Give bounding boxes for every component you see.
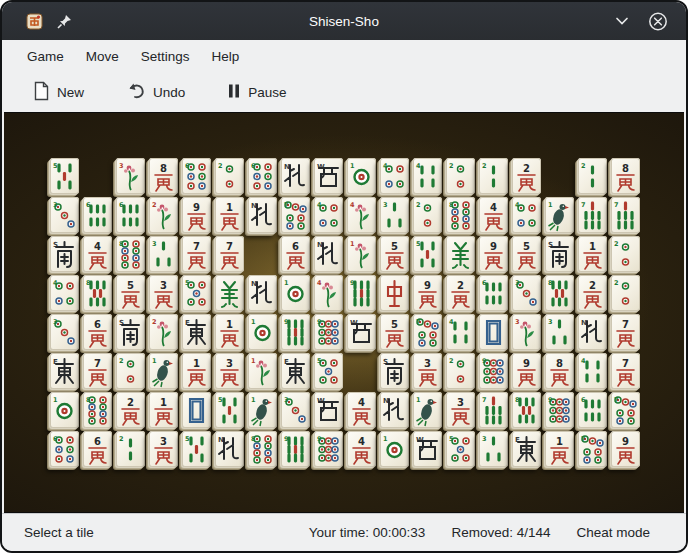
tile-face-b4[interactable]: 4 [413,158,442,194]
tile-face-m4[interactable]: 4 [347,431,376,467]
tile-face-c7[interactable]: 7 [578,431,607,467]
tile-face-m1[interactable]: 1 [182,353,211,389]
tile-face-b8[interactable]: 8 [83,275,112,311]
tile-c5[interactable]: 5 [311,352,344,391]
tile-face-wW[interactable]: W [413,431,442,467]
tile-face-b2[interactable]: 2 [479,158,508,194]
tile-f3[interactable]: 3 [113,157,146,196]
tile-face-m5[interactable]: 5 [512,236,541,272]
tile-face-b2[interactable]: 2 [116,431,145,467]
tile-b6[interactable]: 6 [113,196,146,235]
tile-c4[interactable]: 4 [509,196,542,235]
tile-face-gW[interactable] [479,314,508,350]
tile-m1[interactable]: 1 [542,430,575,469]
tile-c2[interactable]: 2 [608,235,641,274]
tile-face-b6[interactable]: 6 [479,275,508,311]
tile-face-c8[interactable]: 8 [446,197,475,233]
tile-f2[interactable]: 2 [146,196,179,235]
tile-face-m3[interactable]: 3 [149,431,178,467]
tile-m5[interactable]: 5 [113,274,146,313]
tile-c2[interactable]: 2 [113,352,146,391]
tile-face-wN[interactable]: N [281,158,310,194]
tile-b3[interactable]: 3 [476,430,509,469]
tile-face-c2[interactable]: 2 [446,158,475,194]
tile-face-m5[interactable]: 5 [380,314,409,350]
tile-face-m4[interactable]: 4 [347,392,376,428]
tile-face-c2[interactable]: 2 [413,197,442,233]
tile-wW[interactable]: W [410,430,443,469]
tile-c4[interactable]: 4 [47,274,80,313]
tile-c3[interactable]: 3 [509,274,542,313]
tile-m1[interactable]: 1 [212,196,245,235]
tile-wN[interactable]: N [212,430,245,469]
tile-face-c9[interactable]: 9 [314,431,343,467]
tile-face-f4[interactable]: 4 [347,197,376,233]
tile-face-b2[interactable]: 2 [578,158,607,194]
tile-wN[interactable]: N [377,391,410,430]
tile-b9[interactable]: 9 [278,430,311,469]
tile-face-wS[interactable]: S [545,236,574,272]
tile-b6[interactable]: 6 [575,391,608,430]
tile-c9[interactable]: 9 [311,313,344,352]
tile-c7[interactable]: 7 [278,196,311,235]
tile-c2[interactable]: 2 [443,157,476,196]
tile-face-c7[interactable]: 7 [413,314,442,350]
tile-face-c4[interactable]: 4 [50,275,79,311]
tile-c1[interactable]: 1 [278,274,311,313]
tile-gG[interactable] [443,235,476,274]
tile-c1[interactable]: 1 [245,313,278,352]
pin-icon[interactable] [54,11,74,31]
tile-face-m9[interactable]: 9 [611,431,640,467]
tile-wW[interactable]: W [311,391,344,430]
tile-wE[interactable]: E [179,313,212,352]
tile-b7[interactable]: 7 [608,196,641,235]
tile-wW[interactable]: W [311,157,344,196]
tile-face-m7[interactable]: 7 [182,236,211,272]
tile-face-m8[interactable]: 8 [149,158,178,194]
tile-face-wS[interactable]: S [50,236,79,272]
tile-face-c4[interactable]: 4 [512,197,541,233]
tile-c1[interactable]: 1 [377,430,410,469]
tile-wN[interactable]: N [245,196,278,235]
tile-face-b3[interactable]: 3 [149,236,178,272]
tile-face-m9[interactable]: 9 [182,197,211,233]
tile-m9[interactable]: 9 [608,430,641,469]
tile-face-wE[interactable]: E [281,353,310,389]
tile-c9[interactable]: 9 [311,430,344,469]
menu-settings[interactable]: Settings [130,43,201,70]
tile-face-f3[interactable]: 3 [512,314,541,350]
tile-b5[interactable]: 5 [47,157,80,196]
tile-m8[interactable]: 8 [608,157,641,196]
tile-b3[interactable]: 3 [542,313,575,352]
tile-face-wN[interactable]: N [314,236,343,272]
tile-face-c7[interactable]: 7 [611,392,640,428]
tile-c2[interactable]: 2 [410,196,443,235]
tile-face-c6[interactable]: 6 [50,431,79,467]
tile-wS[interactable]: S [47,235,80,274]
tile-c6[interactable]: 6 [245,157,278,196]
tile-face-m9[interactable]: 9 [413,275,442,311]
tile-face-wW[interactable]: W [314,392,343,428]
tile-face-f1[interactable]: 1 [347,236,376,272]
tile-face-c1[interactable]: 1 [380,431,409,467]
tile-face-m6[interactable]: 6 [83,314,112,350]
tile-face-wE[interactable]: E [50,353,79,389]
tile-face-m2[interactable]: 2 [446,275,475,311]
tile-face-c9[interactable]: 9 [545,392,574,428]
tile-f1[interactable]: 1 [344,235,377,274]
tile-face-b4[interactable]: 4 [446,314,475,350]
tile-face-b1[interactable]: 1 [413,392,442,428]
tile-m5[interactable]: 5 [509,235,542,274]
tile-face-c5[interactable]: 5 [182,275,211,311]
tile-face-wW[interactable]: W [347,314,376,350]
tile-face-m7[interactable]: 7 [215,236,244,272]
tile-b5[interactable]: 5 [410,235,443,274]
tile-face-gR[interactable] [380,275,409,311]
tile-b9[interactable]: 9 [344,274,377,313]
tile-b3[interactable]: 3 [146,235,179,274]
tile-face-c3[interactable]: 3 [50,197,79,233]
tile-m3[interactable]: 3 [212,352,245,391]
tile-face-m1[interactable]: 1 [545,431,574,467]
tile-b9[interactable]: 9 [278,313,311,352]
tile-m5[interactable]: 5 [377,235,410,274]
